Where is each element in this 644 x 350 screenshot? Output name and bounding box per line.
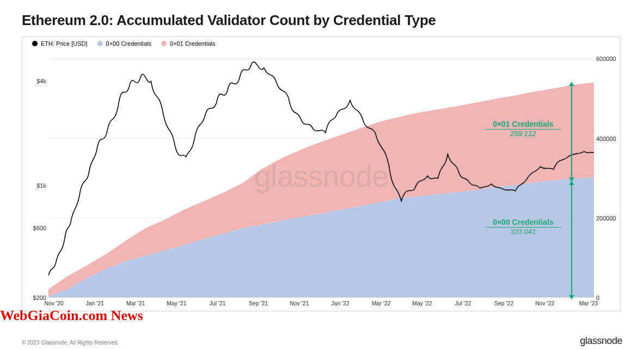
legend: ETH: Price [USD] 0×00 Credentials 0×01 C… bbox=[32, 40, 216, 47]
y-right-tick: 400000 bbox=[596, 136, 616, 142]
legend-label: ETH: Price [USD] bbox=[41, 40, 88, 47]
legend-dot-blue bbox=[97, 41, 103, 46]
grid-line bbox=[48, 59, 594, 59]
x-tick: Mar '23 bbox=[579, 300, 598, 306]
brand-logo-text: glassnode bbox=[580, 335, 622, 347]
copyright-footer: © 2023 Glassnode. All Rights Reserved. bbox=[22, 340, 119, 346]
arrow-up-icon bbox=[569, 82, 574, 86]
legend-dot-black bbox=[32, 41, 38, 46]
legend-item-0x00: 0×00 Credentials bbox=[97, 40, 151, 47]
arrow-up-icon bbox=[569, 181, 574, 185]
grid-line bbox=[48, 138, 594, 139]
overlay-watermark-news: WebGiaCoin.com News bbox=[0, 308, 143, 324]
chart-container: ETH: Price [USD] 0×00 Credentials 0×01 C… bbox=[22, 36, 621, 311]
x-tick: Mar '22 bbox=[372, 300, 391, 306]
y-axis-right: 600000 400000 200000 0 bbox=[595, 49, 617, 298]
x-tick: May '22 bbox=[412, 300, 432, 306]
legend-dot-pink bbox=[161, 41, 167, 46]
y-axis-left: $4k $1k $600 $200 bbox=[26, 49, 47, 298]
x-tick: May '21 bbox=[167, 300, 186, 306]
y-left-tick: $4k bbox=[36, 78, 46, 84]
chart-svg bbox=[48, 49, 594, 297]
x-tick: Nov '22 bbox=[535, 300, 554, 306]
annotation-0x00: 0×00 Credentials 323 041 bbox=[485, 218, 561, 236]
annotation-0x01: 0×01 Credentials 258 112 bbox=[485, 120, 561, 138]
chart-title: Ethereum 2.0: Accumulated Validator Coun… bbox=[22, 12, 622, 29]
x-tick: Sep '21 bbox=[249, 300, 268, 306]
plot-area: glassnode 0×01 Credentials 258 112 0×00 … bbox=[48, 49, 594, 298]
y-right-tick: 600000 bbox=[596, 56, 616, 62]
x-tick: Nov '21 bbox=[290, 300, 309, 306]
y-left-tick: $1k bbox=[36, 182, 46, 189]
legend-label: 0×01 Credentials bbox=[170, 40, 215, 47]
legend-label: 0×00 Credentials bbox=[106, 40, 151, 47]
x-tick: Jul '21 bbox=[210, 300, 226, 306]
annotation-label: 0×01 Credentials bbox=[485, 120, 561, 128]
y-left-tick: $600 bbox=[33, 225, 46, 231]
y-right-tick: 200000 bbox=[596, 215, 616, 222]
x-tick: Mar '21 bbox=[126, 300, 145, 306]
annotation-value: 258 112 bbox=[485, 130, 561, 138]
range-arrow-0x00 bbox=[571, 184, 572, 296]
x-tick: Jan '21 bbox=[85, 300, 104, 306]
legend-item-price: ETH: Price [USD] bbox=[32, 40, 88, 47]
arrow-down-icon bbox=[569, 295, 574, 299]
x-tick: Jul '22 bbox=[455, 300, 471, 306]
annotation-label: 0×00 Credentials bbox=[485, 218, 561, 226]
range-arrow-0x01 bbox=[571, 85, 572, 179]
x-tick: Jan '22 bbox=[331, 300, 349, 306]
annotation-value: 323 041 bbox=[485, 228, 561, 236]
x-tick: Sep '22 bbox=[494, 300, 513, 306]
x-tick: Nov '20 bbox=[44, 300, 63, 306]
legend-item-0x01: 0×01 Credentials bbox=[161, 40, 215, 47]
